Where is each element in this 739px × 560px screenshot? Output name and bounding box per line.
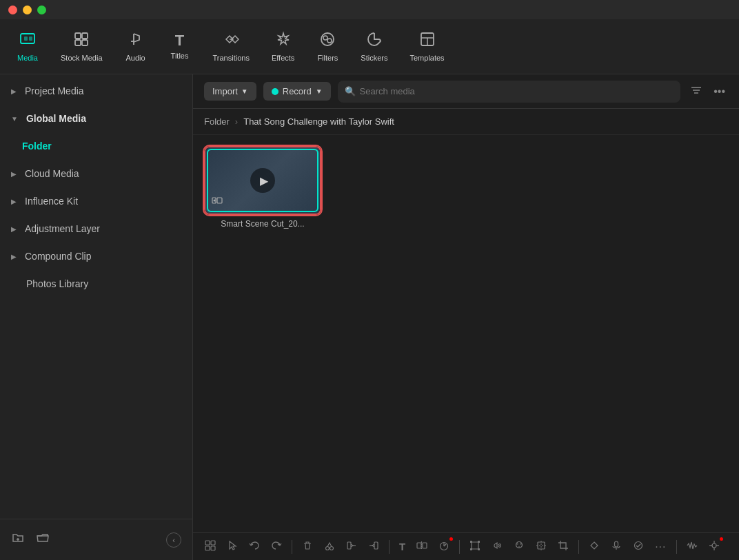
svg-rect-25	[211, 546, 215, 550]
sidebar-item-photos-library[interactable]: Photos Library	[0, 270, 192, 298]
media-icon	[19, 31, 36, 50]
svg-rect-45	[538, 542, 545, 549]
sidebar-item-global-media[interactable]: ▼ Global Media	[0, 105, 192, 132]
breadcrumb: Folder › That Song Challenge with Taylor…	[193, 109, 739, 135]
sidebar-label-adjustment-layer: Adjustment Layer	[25, 223, 100, 234]
keyframe-icon[interactable]	[585, 537, 603, 557]
more-options-button[interactable]: •••	[711, 83, 728, 101]
sidebar-item-influence-kit[interactable]: ▶ Influence Kit	[0, 187, 192, 215]
search-bar: 🔍	[338, 81, 681, 103]
svg-point-27	[330, 546, 334, 550]
undo-icon[interactable]	[245, 537, 263, 557]
trim-left-icon[interactable]	[343, 537, 361, 557]
svg-rect-28	[347, 542, 351, 549]
sidebar-item-project-media[interactable]: ▶ Project Media	[0, 77, 192, 105]
sidebar-item-cloud-media[interactable]: ▶ Cloud Media	[0, 160, 192, 187]
svg-rect-22	[205, 541, 210, 545]
svg-point-26	[326, 546, 330, 550]
speed-icon[interactable]	[435, 537, 453, 557]
record-button[interactable]: Record ▼	[263, 82, 331, 101]
delete-icon[interactable]	[298, 537, 316, 557]
minimize-button[interactable]	[23, 6, 32, 14]
new-folder-icon[interactable]	[11, 531, 25, 548]
trim-right-icon[interactable]	[365, 537, 383, 557]
split-icon[interactable]	[413, 537, 431, 557]
nav-item-titles[interactable]: T Titles	[159, 28, 201, 65]
close-button[interactable]	[8, 6, 17, 14]
svg-point-50	[635, 541, 642, 549]
nav-item-stock-media[interactable]: Stock Media	[51, 25, 112, 68]
svg-rect-36	[472, 542, 478, 549]
filters-icon	[319, 31, 336, 50]
sidebar-item-folder[interactable]: Folder	[0, 132, 192, 160]
sidebar-content: ▶ Project Media ▼ Global Media Folder ▶ …	[0, 74, 192, 519]
import-button[interactable]: Import ▼	[204, 82, 256, 101]
stock-media-icon	[73, 31, 90, 50]
svg-rect-40	[478, 548, 480, 550]
svg-rect-33	[423, 543, 427, 548]
redo-icon[interactable]	[267, 537, 285, 557]
sidebar-label-influence-kit: Influence Kit	[25, 196, 78, 207]
nav-label-audio: Audio	[125, 54, 145, 62]
svg-rect-5	[75, 40, 81, 45]
chevron-right-icon-cloud: ▶	[11, 170, 17, 178]
bottom-toolbar: T	[193, 532, 739, 560]
nav-label-templates: Templates	[409, 54, 444, 62]
text-tool-icon[interactable]: T	[396, 538, 409, 555]
clip-type-icon	[211, 194, 223, 209]
nav-item-filters[interactable]: Filters	[307, 25, 348, 68]
collapse-sidebar-button[interactable]: ‹	[166, 532, 181, 548]
svg-point-44	[518, 546, 520, 548]
effects-icon	[275, 31, 292, 50]
nav-item-transitions[interactable]: Transitions	[203, 25, 259, 68]
zoom-icon[interactable]	[705, 537, 723, 557]
svg-rect-39	[470, 548, 472, 550]
folder-open-icon[interactable]	[36, 531, 50, 548]
filter-button[interactable]	[687, 81, 705, 102]
sidebar-item-compound-clip[interactable]: ▶ Compound Clip	[0, 242, 192, 270]
dropdown-arrow-icon: ▼	[241, 87, 248, 95]
svg-rect-3	[75, 33, 81, 39]
svg-rect-32	[417, 543, 421, 548]
nav-item-effects[interactable]: Effects	[262, 25, 304, 68]
grid-view-icon[interactable]	[201, 537, 219, 557]
media-thumbnail[interactable]: ▶	[204, 146, 321, 215]
svg-rect-24	[205, 546, 210, 550]
nav-label-media: Media	[17, 54, 38, 62]
cut-icon[interactable]	[321, 537, 338, 557]
content-area: Import ▼ Record ▼ 🔍	[193, 74, 739, 560]
cursor-tool-icon[interactable]	[223, 537, 241, 557]
nav-item-audio[interactable]: Audio	[115, 25, 156, 68]
transform-icon[interactable]	[466, 537, 484, 557]
stabilize-icon[interactable]	[532, 537, 550, 557]
svg-rect-6	[82, 40, 88, 45]
audio-sync-icon[interactable]	[629, 537, 647, 557]
ellipsis-icon: •••	[713, 85, 725, 97]
audio-icon	[128, 31, 144, 50]
play-icon: ▶	[260, 174, 268, 187]
voice-icon[interactable]	[607, 537, 625, 557]
sidebar-label-photos-library: Photos Library	[26, 278, 88, 289]
audio-tool-icon[interactable]	[488, 537, 506, 557]
svg-rect-23	[211, 541, 215, 545]
svg-point-9	[323, 36, 327, 40]
search-input[interactable]	[360, 86, 674, 96]
breadcrumb-folder[interactable]: Folder	[204, 116, 230, 127]
sidebar-label-project-media: Project Media	[25, 85, 84, 96]
more-tools-icon[interactable]: ···	[651, 538, 669, 556]
sidebar-label-global-media: Global Media	[26, 113, 86, 124]
toolbar-separator-5	[676, 540, 677, 554]
waveform-icon[interactable]	[683, 537, 701, 557]
nav-item-media[interactable]: Media	[7, 25, 48, 68]
nav-label-transitions: Transitions	[213, 54, 250, 62]
svg-rect-48	[615, 541, 618, 547]
media-item-smart-scene[interactable]: ▶ Smart Scene Cut_20...	[204, 146, 321, 229]
color-icon[interactable]	[510, 537, 528, 557]
nav-label-titles: Titles	[171, 52, 189, 60]
maximize-button[interactable]	[37, 6, 46, 14]
nav-item-stickers[interactable]: Stickers	[351, 25, 397, 68]
nav-item-templates[interactable]: Templates	[400, 25, 454, 68]
crop-icon[interactable]	[554, 537, 572, 557]
svg-point-43	[520, 543, 522, 545]
sidebar-item-adjustment-layer[interactable]: ▶ Adjustment Layer	[0, 215, 192, 242]
